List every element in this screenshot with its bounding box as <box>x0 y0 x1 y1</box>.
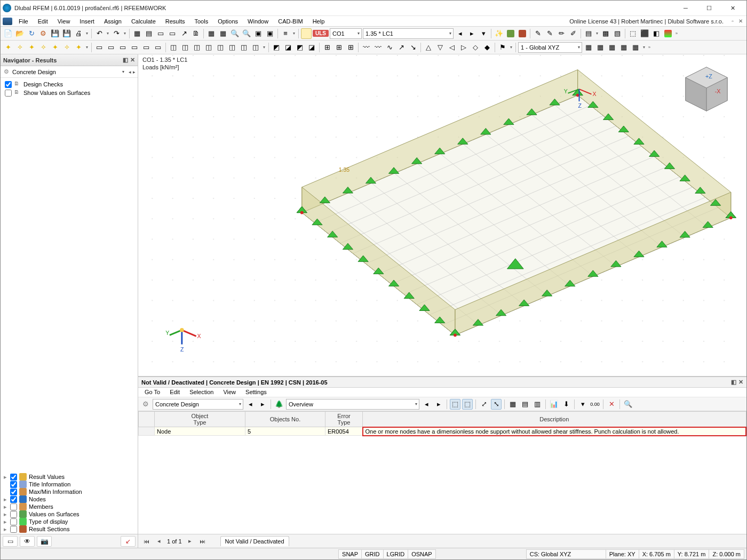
cbox-icon[interactable] <box>301 28 312 39</box>
edit-b-icon[interactable]: ✎ <box>544 28 555 39</box>
p7-icon[interactable]: ◫ <box>239 42 249 53</box>
chart-icon[interactable]: 📊 <box>549 399 559 410</box>
c3-icon[interactable]: ◁ <box>447 42 457 53</box>
export-icon[interactable]: ⬇ <box>561 399 571 410</box>
panel-icon[interactable]: ▭ <box>167 28 178 39</box>
edit-d-icon[interactable]: ✐ <box>568 28 578 39</box>
expand-icon[interactable]: ▸ <box>3 518 8 525</box>
out-icon[interactable]: ↗ <box>179 28 189 39</box>
check-members[interactable] <box>10 503 17 510</box>
menu-view[interactable]: View <box>53 17 75 26</box>
sc-icon[interactable]: ▭ <box>117 42 128 53</box>
p6-icon[interactable]: ◫ <box>227 42 237 53</box>
filter-icon[interactable]: ▾ <box>478 28 489 39</box>
expand-icon[interactable]: ▸ <box>3 474 8 481</box>
p5-icon[interactable]: ◫ <box>215 42 226 53</box>
p1-icon[interactable]: ◫ <box>168 42 179 53</box>
menu-options[interactable]: Options <box>213 17 242 26</box>
cube2-icon[interactable]: ⬛ <box>639 28 650 39</box>
hatch2-icon[interactable]: ▧ <box>612 28 623 39</box>
c1-icon[interactable]: △ <box>423 42 434 53</box>
expand-icon[interactable]: ▸ <box>3 511 8 518</box>
tb2-icon[interactable]: ▤ <box>520 399 530 410</box>
lower-menu-settings[interactable]: Settings <box>241 388 271 397</box>
cube-icon[interactable]: ⬚ <box>627 28 638 39</box>
menu-calculate[interactable]: Calculate <box>127 17 160 26</box>
star3-icon[interactable]: ✦ <box>26 42 37 53</box>
flag-icon[interactable]: ⚑ <box>497 42 508 53</box>
snap-toggle[interactable]: SNAP <box>338 549 362 559</box>
design-combo[interactable]: Concrete Design▾ <box>153 399 243 410</box>
onext-icon[interactable]: ▸ <box>433 399 444 410</box>
cube3-icon[interactable]: ◧ <box>651 28 662 39</box>
tool-a-icon[interactable] <box>505 28 516 39</box>
del-icon[interactable]: ✕ <box>606 399 617 410</box>
menu-help[interactable]: Help <box>308 17 329 26</box>
check-result-sections[interactable] <box>10 526 17 533</box>
search-icon[interactable]: 🔍 <box>623 399 633 410</box>
star5-icon[interactable]: ✦ <box>50 42 60 53</box>
save-all-icon[interactable]: 💾 <box>61 28 72 39</box>
menu-window[interactable]: Window <box>243 17 273 26</box>
oprev-icon[interactable]: ◂ <box>421 399 432 410</box>
undo-icon[interactable]: ↶ <box>94 28 105 39</box>
check-title-information[interactable] <box>10 481 17 488</box>
gt1-icon[interactable]: ⊞ <box>322 42 332 53</box>
layer-icon[interactable]: ▤ <box>583 28 594 39</box>
star-icon[interactable]: ✦ <box>3 42 13 53</box>
table-icon[interactable]: ▦ <box>132 28 142 39</box>
save-icon[interactable]: 💾 <box>50 28 60 39</box>
arrow2-icon[interactable]: ↘ <box>408 42 418 53</box>
eye-icon[interactable]: 👁 <box>20 536 35 547</box>
expand-icon[interactable]: ▸ <box>3 496 8 503</box>
open-icon[interactable]: 📂 <box>14 28 25 39</box>
lower-menu-go-to[interactable]: Go To <box>140 388 164 397</box>
next-page-icon[interactable]: ▸ <box>185 538 195 545</box>
tb3-icon[interactable]: ▥ <box>532 399 543 410</box>
sd-icon[interactable]: ▭ <box>129 42 140 53</box>
expand-icon[interactable]: ▸ <box>3 526 8 533</box>
wave-icon[interactable]: 〰 <box>361 42 371 53</box>
nav-icon[interactable]: ▭ <box>155 28 166 39</box>
camera-icon[interactable]: 📷 <box>37 536 52 547</box>
maximize-button[interactable]: ☐ <box>697 1 721 15</box>
tool-b-icon[interactable] <box>517 28 528 39</box>
grid-icon[interactable]: ▤ <box>144 28 154 39</box>
cs5-icon[interactable]: ▦ <box>630 42 641 53</box>
sa-icon[interactable]: ▭ <box>94 42 105 53</box>
axis-icon[interactable]: ∿ <box>384 42 395 53</box>
check-nodes[interactable] <box>10 496 17 503</box>
sel2-icon[interactable]: ⬚ <box>462 399 473 410</box>
p8-icon[interactable]: ◫ <box>250 42 261 53</box>
last-page-icon[interactable]: ⏭ <box>198 538 208 545</box>
align-icon[interactable]: ≡ <box>280 28 291 39</box>
cs2-icon[interactable]: ▦ <box>595 42 606 53</box>
design-selector[interactable]: ⚙ Concrete Design ▾ ◂ ▸ <box>1 66 138 78</box>
axis-toggle-icon[interactable]: ↙ <box>121 536 136 547</box>
mdi-close-icon[interactable]: ✕ <box>737 18 744 25</box>
pin-icon[interactable]: ◧ <box>123 57 128 63</box>
check-show-values-on-surfaces[interactable] <box>5 90 12 97</box>
refresh-icon[interactable]: ↻ <box>26 28 37 39</box>
results-table[interactable]: Object Type Objects No. Error Type Descr… <box>138 411 746 436</box>
star2-icon[interactable]: ✧ <box>14 42 25 53</box>
menu-insert[interactable]: Insert <box>75 17 99 26</box>
fit2-icon[interactable]: ⤡ <box>491 399 502 410</box>
prev-page-icon[interactable]: ◂ <box>154 538 164 545</box>
dz2-icon[interactable]: ▣ <box>265 28 275 39</box>
load-expr-combo[interactable]: 1.35 * LC1▾ <box>363 28 454 39</box>
star4-icon[interactable]: ✧ <box>38 42 49 53</box>
lower-menu-edit[interactable]: Edit <box>165 388 184 397</box>
check-values-on-surfaces[interactable] <box>10 511 17 518</box>
m4-icon[interactable]: ◪ <box>306 42 317 53</box>
check-max/min-information[interactable] <box>10 489 17 495</box>
c4-icon[interactable]: ▷ <box>458 42 469 53</box>
osnap-toggle[interactable]: OSNAP <box>408 549 436 559</box>
cs4-icon[interactable]: ▦ <box>618 42 629 53</box>
mdi-restore-icon[interactable]: ▫ <box>729 18 736 25</box>
check-type-of-display[interactable] <box>10 518 17 525</box>
overview-combo[interactable]: Overview▾ <box>286 399 419 410</box>
menu-assign[interactable]: Assign <box>100 17 126 26</box>
next-icon[interactable]: ▸ <box>466 28 477 39</box>
uls-badge[interactable]: ULS <box>313 30 329 37</box>
